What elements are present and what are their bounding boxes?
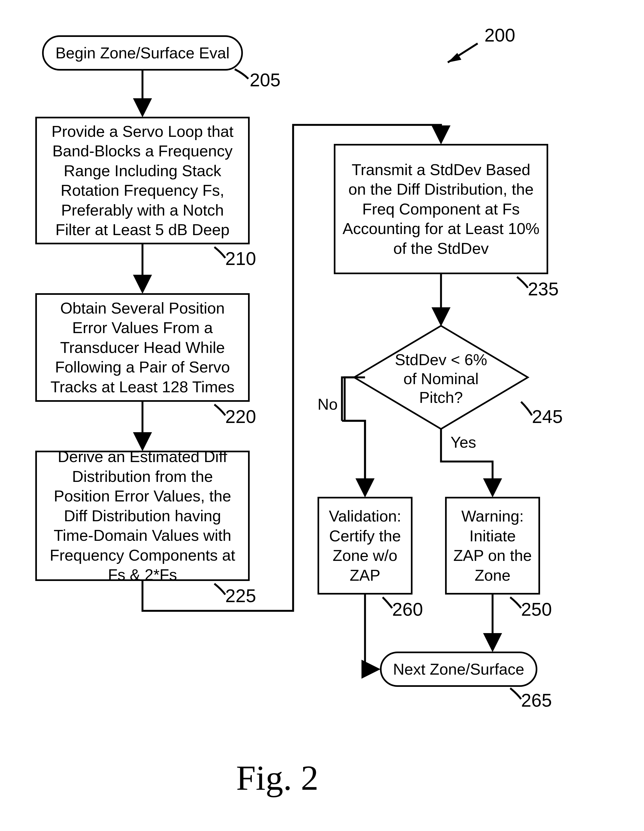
ref-210: 210: [225, 249, 256, 268]
svg-marker-1: [448, 53, 461, 62]
process-derive-diff-text: Derive an Estimated Diff Distribution fr…: [42, 447, 243, 585]
ref-250: 250: [521, 600, 552, 618]
figure-caption: Fig. 2: [236, 758, 318, 798]
process-obtain-values: Obtain Several Position Error Values Fro…: [35, 293, 250, 402]
terminator-begin: Begin Zone/Surface Eval: [42, 35, 243, 71]
terminator-next-text: Next Zone/Surface: [393, 659, 524, 679]
ref-225: 225: [225, 586, 256, 605]
decision-yes-label: Yes: [450, 435, 476, 450]
process-obtain-values-text: Obtain Several Position Error Values Fro…: [42, 298, 243, 397]
ref-265: 265: [521, 691, 552, 709]
ref-205: 205: [250, 71, 280, 89]
process-warning: Warning: Initiate ZAP on the Zone: [445, 497, 540, 595]
process-servo-loop-text: Provide a Servo Loop that Band-Blocks a …: [42, 122, 243, 240]
terminator-next: Next Zone/Surface: [380, 651, 537, 687]
ref-220: 220: [225, 407, 256, 426]
flowchart-canvas: 200 Begin Zone/Surface Eval 205 Provide …: [0, 0, 644, 831]
ref-245: 245: [532, 407, 563, 426]
process-transmit-stddev-text: Transmit a StdDev Based on the Diff Dist…: [341, 160, 541, 258]
process-derive-diff: Derive an Estimated Diff Distribution fr…: [35, 451, 250, 581]
svg-line-0: [448, 43, 478, 62]
process-warning-text: Warning: Initiate ZAP on the Zone: [452, 506, 533, 585]
terminator-begin-text: Begin Zone/Surface Eval: [56, 43, 230, 63]
decision-stddev-text: StdDev < 6% of Nominal Pitch?: [391, 350, 491, 407]
process-servo-loop: Provide a Servo Loop that Band-Blocks a …: [35, 117, 250, 244]
process-validation-text: Validation: Certify the Zone w/o ZAP: [324, 506, 405, 585]
figure-ref-200: 200: [484, 26, 515, 44]
process-transmit-stddev: Transmit a StdDev Based on the Diff Dist…: [334, 144, 548, 274]
ref-235: 235: [528, 280, 558, 298]
ref-260: 260: [392, 600, 423, 618]
decision-no-label: No: [318, 396, 338, 412]
process-validation: Validation: Certify the Zone w/o ZAP: [318, 497, 412, 595]
